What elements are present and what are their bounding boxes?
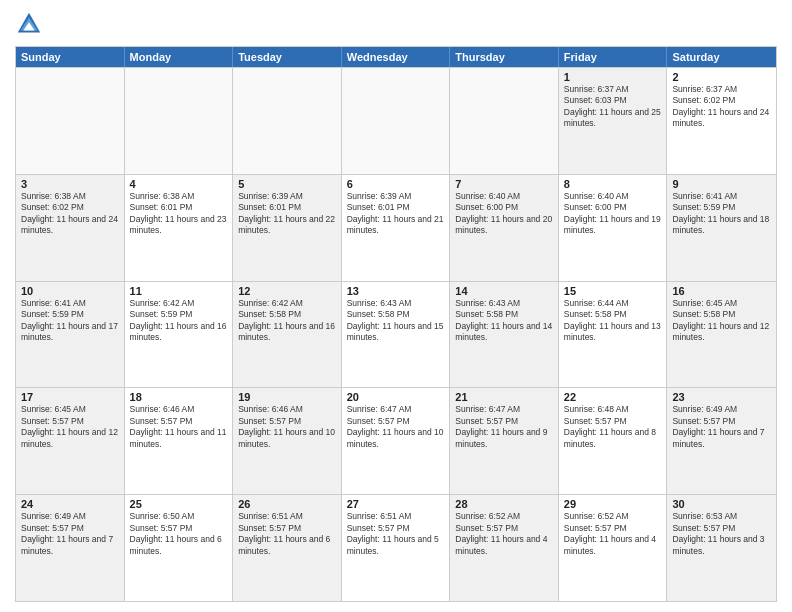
cal-cell-3-4: 21Sunrise: 6:47 AM Sunset: 5:57 PM Dayli… [450, 388, 559, 494]
day-number: 29 [564, 498, 662, 510]
cell-info: Sunrise: 6:47 AM Sunset: 5:57 PM Dayligh… [455, 404, 553, 450]
cal-cell-1-2: 5Sunrise: 6:39 AM Sunset: 6:01 PM Daylig… [233, 175, 342, 281]
cell-info: Sunrise: 6:50 AM Sunset: 5:57 PM Dayligh… [130, 511, 228, 557]
cal-cell-1-1: 4Sunrise: 6:38 AM Sunset: 6:01 PM Daylig… [125, 175, 234, 281]
cal-cell-1-6: 9Sunrise: 6:41 AM Sunset: 5:59 PM Daylig… [667, 175, 776, 281]
cal-cell-0-3 [342, 68, 451, 174]
day-number: 3 [21, 178, 119, 190]
cal-cell-4-1: 25Sunrise: 6:50 AM Sunset: 5:57 PM Dayli… [125, 495, 234, 601]
cal-cell-1-5: 8Sunrise: 6:40 AM Sunset: 6:00 PM Daylig… [559, 175, 668, 281]
day-number: 22 [564, 391, 662, 403]
day-number: 13 [347, 285, 445, 297]
cell-info: Sunrise: 6:49 AM Sunset: 5:57 PM Dayligh… [672, 404, 771, 450]
cell-info: Sunrise: 6:45 AM Sunset: 5:57 PM Dayligh… [21, 404, 119, 450]
header [15, 10, 777, 38]
day-number: 5 [238, 178, 336, 190]
cell-info: Sunrise: 6:46 AM Sunset: 5:57 PM Dayligh… [238, 404, 336, 450]
cell-info: Sunrise: 6:41 AM Sunset: 5:59 PM Dayligh… [672, 191, 771, 237]
cell-info: Sunrise: 6:52 AM Sunset: 5:57 PM Dayligh… [455, 511, 553, 557]
cell-info: Sunrise: 6:43 AM Sunset: 5:58 PM Dayligh… [347, 298, 445, 344]
cal-cell-0-2 [233, 68, 342, 174]
cal-cell-0-5: 1Sunrise: 6:37 AM Sunset: 6:03 PM Daylig… [559, 68, 668, 174]
cal-cell-1-0: 3Sunrise: 6:38 AM Sunset: 6:02 PM Daylig… [16, 175, 125, 281]
cal-cell-3-5: 22Sunrise: 6:48 AM Sunset: 5:57 PM Dayli… [559, 388, 668, 494]
cal-cell-2-4: 14Sunrise: 6:43 AM Sunset: 5:58 PM Dayli… [450, 282, 559, 388]
day-number: 12 [238, 285, 336, 297]
cell-info: Sunrise: 6:45 AM Sunset: 5:58 PM Dayligh… [672, 298, 771, 344]
cal-cell-3-2: 19Sunrise: 6:46 AM Sunset: 5:57 PM Dayli… [233, 388, 342, 494]
cal-cell-4-2: 26Sunrise: 6:51 AM Sunset: 5:57 PM Dayli… [233, 495, 342, 601]
day-number: 23 [672, 391, 771, 403]
cell-info: Sunrise: 6:48 AM Sunset: 5:57 PM Dayligh… [564, 404, 662, 450]
cell-info: Sunrise: 6:47 AM Sunset: 5:57 PM Dayligh… [347, 404, 445, 450]
cal-cell-0-6: 2Sunrise: 6:37 AM Sunset: 6:02 PM Daylig… [667, 68, 776, 174]
cal-cell-3-0: 17Sunrise: 6:45 AM Sunset: 5:57 PM Dayli… [16, 388, 125, 494]
cal-cell-2-3: 13Sunrise: 6:43 AM Sunset: 5:58 PM Dayli… [342, 282, 451, 388]
cal-cell-4-0: 24Sunrise: 6:49 AM Sunset: 5:57 PM Dayli… [16, 495, 125, 601]
day-number: 28 [455, 498, 553, 510]
day-number: 15 [564, 285, 662, 297]
cal-cell-0-4 [450, 68, 559, 174]
cell-info: Sunrise: 6:39 AM Sunset: 6:01 PM Dayligh… [347, 191, 445, 237]
cell-info: Sunrise: 6:42 AM Sunset: 5:59 PM Dayligh… [130, 298, 228, 344]
day-number: 14 [455, 285, 553, 297]
cell-info: Sunrise: 6:37 AM Sunset: 6:02 PM Dayligh… [672, 84, 771, 130]
cal-row-1: 3Sunrise: 6:38 AM Sunset: 6:02 PM Daylig… [16, 174, 776, 281]
header-day-saturday: Saturday [667, 47, 776, 67]
calendar-body: 1Sunrise: 6:37 AM Sunset: 6:03 PM Daylig… [16, 67, 776, 601]
logo [15, 10, 47, 38]
cal-row-2: 10Sunrise: 6:41 AM Sunset: 5:59 PM Dayli… [16, 281, 776, 388]
day-number: 26 [238, 498, 336, 510]
cal-cell-2-6: 16Sunrise: 6:45 AM Sunset: 5:58 PM Dayli… [667, 282, 776, 388]
cell-info: Sunrise: 6:42 AM Sunset: 5:58 PM Dayligh… [238, 298, 336, 344]
cal-cell-0-0 [16, 68, 125, 174]
cell-info: Sunrise: 6:51 AM Sunset: 5:57 PM Dayligh… [238, 511, 336, 557]
day-number: 4 [130, 178, 228, 190]
cell-info: Sunrise: 6:44 AM Sunset: 5:58 PM Dayligh… [564, 298, 662, 344]
day-number: 9 [672, 178, 771, 190]
day-number: 20 [347, 391, 445, 403]
day-number: 6 [347, 178, 445, 190]
day-number: 1 [564, 71, 662, 83]
logo-icon [15, 10, 43, 38]
day-number: 11 [130, 285, 228, 297]
cal-cell-1-3: 6Sunrise: 6:39 AM Sunset: 6:01 PM Daylig… [342, 175, 451, 281]
day-number: 8 [564, 178, 662, 190]
day-number: 21 [455, 391, 553, 403]
cal-cell-4-5: 29Sunrise: 6:52 AM Sunset: 5:57 PM Dayli… [559, 495, 668, 601]
cal-cell-2-2: 12Sunrise: 6:42 AM Sunset: 5:58 PM Dayli… [233, 282, 342, 388]
day-number: 2 [672, 71, 771, 83]
cell-info: Sunrise: 6:49 AM Sunset: 5:57 PM Dayligh… [21, 511, 119, 557]
cell-info: Sunrise: 6:40 AM Sunset: 6:00 PM Dayligh… [564, 191, 662, 237]
cal-cell-3-1: 18Sunrise: 6:46 AM Sunset: 5:57 PM Dayli… [125, 388, 234, 494]
cal-cell-4-3: 27Sunrise: 6:51 AM Sunset: 5:57 PM Dayli… [342, 495, 451, 601]
cal-cell-2-1: 11Sunrise: 6:42 AM Sunset: 5:59 PM Dayli… [125, 282, 234, 388]
cal-row-0: 1Sunrise: 6:37 AM Sunset: 6:03 PM Daylig… [16, 67, 776, 174]
cell-info: Sunrise: 6:38 AM Sunset: 6:02 PM Dayligh… [21, 191, 119, 237]
cell-info: Sunrise: 6:53 AM Sunset: 5:57 PM Dayligh… [672, 511, 771, 557]
day-number: 16 [672, 285, 771, 297]
cal-cell-3-3: 20Sunrise: 6:47 AM Sunset: 5:57 PM Dayli… [342, 388, 451, 494]
cell-info: Sunrise: 6:43 AM Sunset: 5:58 PM Dayligh… [455, 298, 553, 344]
cell-info: Sunrise: 6:40 AM Sunset: 6:00 PM Dayligh… [455, 191, 553, 237]
cal-cell-4-4: 28Sunrise: 6:52 AM Sunset: 5:57 PM Dayli… [450, 495, 559, 601]
cell-info: Sunrise: 6:39 AM Sunset: 6:01 PM Dayligh… [238, 191, 336, 237]
cell-info: Sunrise: 6:51 AM Sunset: 5:57 PM Dayligh… [347, 511, 445, 557]
cell-info: Sunrise: 6:46 AM Sunset: 5:57 PM Dayligh… [130, 404, 228, 450]
day-number: 10 [21, 285, 119, 297]
cell-info: Sunrise: 6:52 AM Sunset: 5:57 PM Dayligh… [564, 511, 662, 557]
cell-info: Sunrise: 6:41 AM Sunset: 5:59 PM Dayligh… [21, 298, 119, 344]
header-day-thursday: Thursday [450, 47, 559, 67]
cal-row-3: 17Sunrise: 6:45 AM Sunset: 5:57 PM Dayli… [16, 387, 776, 494]
day-number: 7 [455, 178, 553, 190]
cell-info: Sunrise: 6:37 AM Sunset: 6:03 PM Dayligh… [564, 84, 662, 130]
cal-row-4: 24Sunrise: 6:49 AM Sunset: 5:57 PM Dayli… [16, 494, 776, 601]
calendar: SundayMondayTuesdayWednesdayThursdayFrid… [15, 46, 777, 602]
day-number: 24 [21, 498, 119, 510]
header-day-tuesday: Tuesday [233, 47, 342, 67]
page: SundayMondayTuesdayWednesdayThursdayFrid… [0, 0, 792, 612]
header-day-wednesday: Wednesday [342, 47, 451, 67]
cell-info: Sunrise: 6:38 AM Sunset: 6:01 PM Dayligh… [130, 191, 228, 237]
day-number: 25 [130, 498, 228, 510]
cal-cell-4-6: 30Sunrise: 6:53 AM Sunset: 5:57 PM Dayli… [667, 495, 776, 601]
